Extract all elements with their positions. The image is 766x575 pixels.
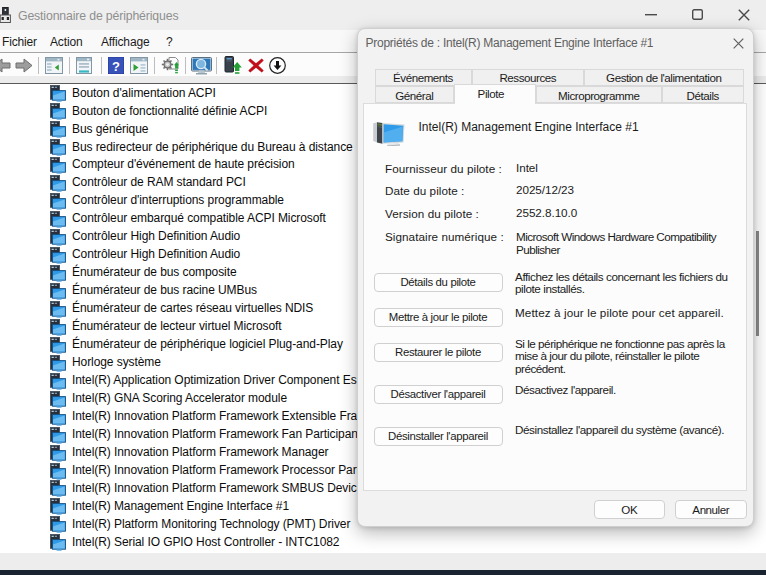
svg-text:?: ? bbox=[112, 59, 120, 74]
